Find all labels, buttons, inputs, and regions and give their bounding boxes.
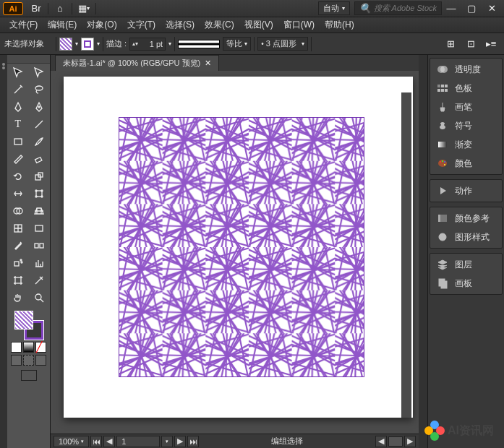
fill-swatch[interactable]	[59, 38, 72, 51]
close-button[interactable]: ✕	[482, 1, 501, 16]
tools-panel: T	[7, 55, 51, 448]
stock-search[interactable]: 🔍 搜索 Adobe Stock	[354, 1, 442, 15]
fill-stroke-indicator[interactable]	[14, 311, 43, 340]
graph-tool[interactable]	[29, 254, 51, 272]
canvas[interactable]	[51, 71, 419, 434]
first-page-btn[interactable]: ⏮	[90, 436, 102, 447]
color-mode-btn[interactable]	[11, 342, 22, 353]
actions-icon	[436, 184, 449, 197]
zoom-level[interactable]: 100% ▾	[54, 436, 89, 447]
hscroll-right[interactable]: ▶	[404, 436, 416, 447]
line-tool[interactable]	[29, 116, 51, 133]
stroke-swatch[interactable]	[81, 38, 94, 51]
stroke-weight-input[interactable]: ▴▾1 pt	[129, 38, 166, 51]
menu-type[interactable]: 文字(T)	[122, 17, 161, 33]
direct-selection-tool[interactable]	[29, 64, 51, 81]
stroke-profile-preview[interactable]	[178, 40, 220, 48]
left-dock[interactable]	[0, 55, 7, 448]
screen-mode-btn[interactable]	[21, 370, 37, 381]
hscroll-thumb[interactable]	[388, 436, 403, 447]
hand-tool[interactable]	[7, 289, 29, 306]
rotate-tool[interactable]	[7, 168, 29, 185]
eyedropper-tool[interactable]	[7, 237, 29, 254]
align-panel-icon[interactable]: ⊞	[442, 37, 459, 51]
rectangle-tool[interactable]	[7, 133, 29, 150]
artboard[interactable]	[119, 117, 364, 377]
width-tool[interactable]	[7, 185, 29, 202]
perspective-tool[interactable]	[29, 202, 51, 220]
selection-tool[interactable]	[7, 64, 29, 81]
drawing-mode-normal[interactable]	[11, 355, 22, 366]
arrange-docs-icon[interactable]: ▦▾	[75, 1, 93, 16]
next-page-btn[interactable]: ▶	[174, 436, 186, 447]
zoom-tool[interactable]	[29, 289, 51, 306]
menu-help[interactable]: 帮助(H)	[320, 17, 359, 33]
gradient-mode-btn[interactable]	[23, 342, 34, 353]
last-page-btn[interactable]: ⏭	[187, 436, 199, 447]
blend-tool[interactable]	[29, 237, 51, 254]
panel-color-guide[interactable]: 颜色参考	[430, 209, 502, 228]
right-dock-strip[interactable]	[419, 55, 427, 448]
home-icon[interactable]: ⌂	[51, 1, 69, 16]
shape-builder-tool[interactable]	[7, 202, 29, 220]
menu-window[interactable]: 窗口(W)	[278, 17, 320, 33]
minimize-button[interactable]: —	[442, 1, 461, 16]
curvature-tool[interactable]	[29, 98, 51, 116]
maximize-button[interactable]: ▢	[462, 1, 481, 16]
svg-rect-14	[35, 225, 43, 231]
prev-page-btn[interactable]: ◀	[103, 436, 115, 447]
mesh-tool[interactable]	[7, 220, 29, 237]
symbol-sprayer-tool[interactable]	[7, 254, 29, 272]
document-tab[interactable]: 未标题-1.ai* @ 100% (RGB/GPU 预览) ✕	[55, 55, 219, 71]
hscroll-left[interactable]: ◀	[375, 436, 387, 447]
eraser-tool[interactable]	[29, 150, 51, 168]
page-dropdown-btn[interactable]: ▾	[161, 436, 173, 447]
svg-point-36	[444, 161, 445, 163]
panel-color[interactable]: 颜色	[430, 154, 502, 173]
magic-wand-tool[interactable]	[7, 81, 29, 98]
graphic-style-select[interactable]: • 3 点圆形▾	[257, 37, 308, 51]
panel-layers[interactable]: 图层	[430, 255, 502, 274]
panel-swatches[interactable]: 色板	[430, 79, 502, 98]
panel-graphic-styles[interactable]: 图形样式	[430, 228, 502, 246]
panel-symbols[interactable]: 符号	[430, 116, 502, 135]
gradient-tool[interactable]	[29, 220, 51, 237]
panel-brushes[interactable]: 画笔	[430, 98, 502, 116]
svg-point-35	[442, 160, 443, 162]
bridge-button[interactable]: Br	[27, 1, 45, 16]
right-panels: 透明度 色板 画笔 符号 渐变 颜色 动作 颜色参考 图形样式 图层 画板	[427, 55, 504, 448]
vertical-scrollbar[interactable]	[401, 92, 411, 418]
shaper-tool[interactable]	[7, 150, 29, 168]
panel-gradient[interactable]: 渐变	[430, 135, 502, 154]
slice-tool[interactable]	[29, 272, 51, 289]
panel-actions[interactable]: 动作	[430, 181, 502, 200]
drawing-mode-inside[interactable]	[35, 355, 46, 366]
tab-close-icon[interactable]: ✕	[205, 59, 211, 67]
menu-file[interactable]: 文件(F)	[4, 17, 43, 33]
free-transform-tool[interactable]	[29, 185, 51, 202]
panel-artboards[interactable]: 画板	[430, 274, 502, 293]
drawing-mode-behind[interactable]	[23, 355, 34, 366]
svg-rect-29	[437, 89, 440, 92]
panel-transparency[interactable]: 透明度	[430, 60, 502, 79]
artboard-tool[interactable]	[7, 272, 29, 289]
menu-select[interactable]: 选择(S)	[161, 17, 200, 33]
workspace-label: 自动	[323, 3, 339, 14]
menu-edit[interactable]: 编辑(E)	[43, 17, 82, 33]
type-tool[interactable]: T	[7, 116, 29, 133]
menu-effect[interactable]: 效果(C)	[200, 17, 239, 33]
transform-panel-icon[interactable]: ⊡	[462, 37, 479, 51]
none-mode-btn[interactable]: ╱	[35, 342, 46, 353]
scale-proportional[interactable]: 等比▾	[223, 37, 251, 51]
menu-object[interactable]: 对象(O)	[82, 17, 121, 33]
page-number[interactable]: 1	[116, 436, 160, 447]
scale-tool[interactable]	[29, 168, 51, 185]
options-menu-icon[interactable]: ▸≡	[482, 37, 500, 51]
lasso-tool[interactable]	[29, 81, 51, 98]
svg-rect-27	[441, 85, 444, 87]
workspace-switcher[interactable]: 自动 ▾	[318, 1, 350, 15]
artboards-icon	[436, 277, 449, 290]
menu-view[interactable]: 视图(V)	[239, 17, 278, 33]
pen-tool[interactable]	[7, 98, 29, 116]
paintbrush-tool[interactable]	[29, 133, 51, 150]
